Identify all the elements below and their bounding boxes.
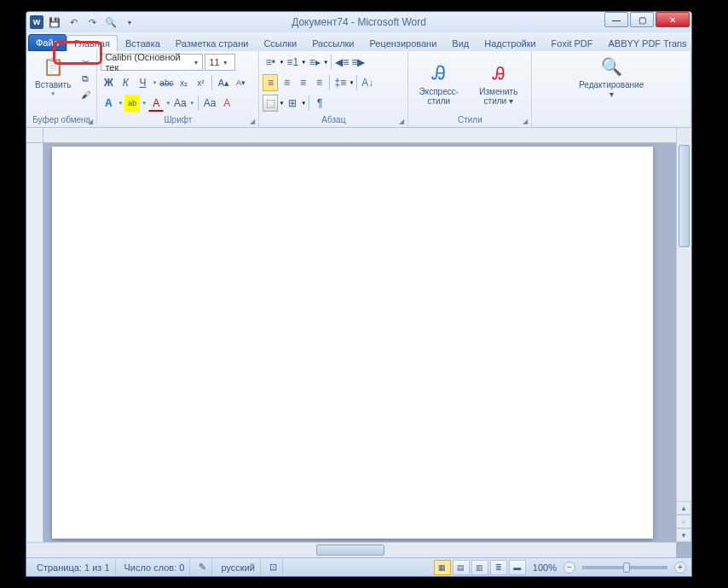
change-styles-label: Изменить стили ▾ xyxy=(474,87,523,106)
word-count-status[interactable]: Число слов: 0 xyxy=(119,560,191,575)
font-dialog-launcher[interactable]: ◢ xyxy=(250,118,255,125)
line-spacing-button[interactable]: ‡≡ xyxy=(332,74,348,91)
window-controls: — ▢ ✕ xyxy=(604,12,691,27)
font-color-button[interactable]: A xyxy=(148,95,164,112)
prev-page-button[interactable]: ▲ xyxy=(676,501,691,515)
fullscreen-reading-view[interactable]: ▤ xyxy=(453,560,470,575)
next-page-button[interactable]: ▼ xyxy=(676,528,691,542)
bold-button[interactable]: Ж xyxy=(101,74,116,91)
page-status[interactable]: Страница: 1 из 1 xyxy=(32,560,116,575)
zoom-in-button[interactable]: + xyxy=(674,562,686,574)
copy-button[interactable]: ⧉ xyxy=(78,71,93,86)
browse-object-button[interactable]: ○ xyxy=(676,515,691,528)
tab-mailings[interactable]: Рассылки xyxy=(304,35,361,51)
horizontal-scrollbar[interactable] xyxy=(26,542,676,557)
quick-styles-icon: Ꭿ xyxy=(427,61,451,85)
clipboard-dialog-launcher[interactable]: ◢ xyxy=(88,118,93,125)
justify-button[interactable]: ≡ xyxy=(311,74,326,91)
bullets-button[interactable]: ≡• xyxy=(263,54,278,71)
qat-customize-icon[interactable]: ▼ xyxy=(122,14,137,30)
quick-styles-label: Экспресс-стили xyxy=(417,87,460,106)
align-left-button[interactable]: ≡ xyxy=(263,74,278,91)
zoom-slider[interactable] xyxy=(582,566,667,569)
outline-view[interactable]: ≣ xyxy=(490,560,507,575)
superscript-button[interactable]: x² xyxy=(193,74,208,91)
language-status[interactable]: русский xyxy=(216,560,260,575)
vertical-ruler[interactable] xyxy=(26,143,43,542)
ribbon: 📋 Вставить ▼ ✂ ⧉ 🖌 Буфер обмена◢ Calibri… xyxy=(26,51,691,128)
underline-button[interactable]: Ч xyxy=(135,74,150,91)
paragraph-dialog-launcher[interactable]: ◢ xyxy=(399,118,404,125)
maximize-button[interactable]: ▢ xyxy=(630,12,654,27)
tab-home[interactable]: Главная xyxy=(66,35,118,51)
decrease-indent-button[interactable]: ◀≡ xyxy=(334,54,350,71)
web-layout-view[interactable]: ▥ xyxy=(471,560,488,575)
close-button[interactable]: ✕ xyxy=(656,12,690,27)
redo-icon[interactable]: ↷ xyxy=(84,14,100,30)
tab-view[interactable]: Вид xyxy=(444,35,477,51)
minimize-button[interactable]: — xyxy=(604,12,628,27)
zoom-out-button[interactable]: − xyxy=(563,562,575,574)
multilevel-button[interactable]: ≡▸ xyxy=(307,54,322,71)
font-name-combo[interactable]: Calibri (Основной тек▼ xyxy=(101,54,203,71)
tab-abbyy[interactable]: ABBYY PDF Trans xyxy=(601,35,692,51)
editing-label: Редактирование▾ xyxy=(579,80,644,99)
align-right-button[interactable]: ≡ xyxy=(295,74,310,91)
clear-formatting-button[interactable]: A xyxy=(219,95,234,112)
paste-button[interactable]: 📋 Вставить ▼ xyxy=(30,53,76,98)
find-replace-icon: 🔍 xyxy=(599,55,623,78)
increase-indent-button[interactable]: ≡▶ xyxy=(350,54,366,71)
change-styles-button[interactable]: Ꭿ Изменить стили ▾ xyxy=(469,60,528,107)
print-layout-view[interactable]: ▦ xyxy=(434,560,451,575)
paste-label: Вставить xyxy=(35,80,71,89)
vertical-scroll-thumb[interactable] xyxy=(679,145,690,247)
italic-button[interactable]: К xyxy=(118,74,133,91)
tab-file[interactable]: Файл xyxy=(28,34,66,51)
subscript-button[interactable]: x₂ xyxy=(176,74,191,91)
text-effects-button[interactable]: A xyxy=(101,95,116,112)
clipboard-icon: 📋 xyxy=(41,55,65,78)
align-center-button[interactable]: ≡ xyxy=(279,74,294,91)
draft-view[interactable]: ▬ xyxy=(509,560,526,575)
numbering-button[interactable]: ≡1 xyxy=(285,54,300,71)
font-size-combo[interactable]: 11▼ xyxy=(205,54,235,71)
find-icon[interactable]: 🔍 xyxy=(103,14,118,30)
clipboard-group-label: Буфер обмена◢ xyxy=(30,114,93,125)
borders-button[interactable]: ⊞ xyxy=(285,95,300,112)
show-marks-button[interactable]: ¶ xyxy=(312,95,327,112)
tab-foxit[interactable]: Foxit PDF xyxy=(544,35,601,51)
shrink-font-button[interactable]: A▾ xyxy=(233,74,248,91)
sort-button[interactable]: A↓ xyxy=(360,74,375,91)
tab-layout[interactable]: Разметка страни xyxy=(168,35,257,51)
group-clipboard: 📋 Вставить ▼ ✂ ⧉ 🖌 Буфер обмена◢ xyxy=(26,51,97,127)
tab-references[interactable]: Ссылки xyxy=(256,35,304,51)
proofing-status[interactable]: ✎ xyxy=(194,560,212,575)
highlight-button[interactable]: ab xyxy=(124,95,140,112)
zoom-slider-thumb[interactable] xyxy=(623,562,630,573)
font-group-label: Шрифт◢ xyxy=(101,114,255,125)
tab-review[interactable]: Рецензировани xyxy=(362,35,445,51)
change-case-button[interactable]: Aa xyxy=(172,95,188,112)
document-page[interactable] xyxy=(52,147,653,539)
horizontal-ruler[interactable] xyxy=(43,128,676,143)
grow-font-button[interactable]: A▴ xyxy=(216,74,231,91)
tab-insert[interactable]: Вставка xyxy=(118,35,168,51)
quick-styles-button[interactable]: Ꭿ Экспресс-стили xyxy=(412,60,465,107)
zoom-level[interactable]: 100% xyxy=(533,562,557,573)
cut-button[interactable]: ✂ xyxy=(78,55,93,70)
vertical-scrollbar[interactable] xyxy=(676,128,691,542)
grow-shrink-button[interactable]: Aа xyxy=(202,95,217,112)
strike-button[interactable]: abc xyxy=(159,74,174,91)
editing-button[interactable]: 🔍 Редактирование▾ xyxy=(574,53,649,101)
styles-dialog-launcher[interactable]: ◢ xyxy=(523,118,528,125)
group-editing: 🔍 Редактирование▾ xyxy=(532,51,691,127)
shading-button[interactable]: ⬚ xyxy=(263,95,278,112)
quick-access-toolbar: 💾 ↶ ↷ 🔍 ▼ xyxy=(47,14,137,30)
horizontal-scroll-thumb[interactable] xyxy=(316,545,384,556)
format-painter-button[interactable]: 🖌 xyxy=(78,87,93,102)
save-icon[interactable]: 💾 xyxy=(47,14,62,30)
tab-addins[interactable]: Надстройки xyxy=(477,35,543,51)
insert-mode-status[interactable]: ⊡ xyxy=(264,560,283,575)
paragraph-group-label: Абзац◢ xyxy=(263,114,404,125)
undo-icon[interactable]: ↶ xyxy=(66,14,81,30)
